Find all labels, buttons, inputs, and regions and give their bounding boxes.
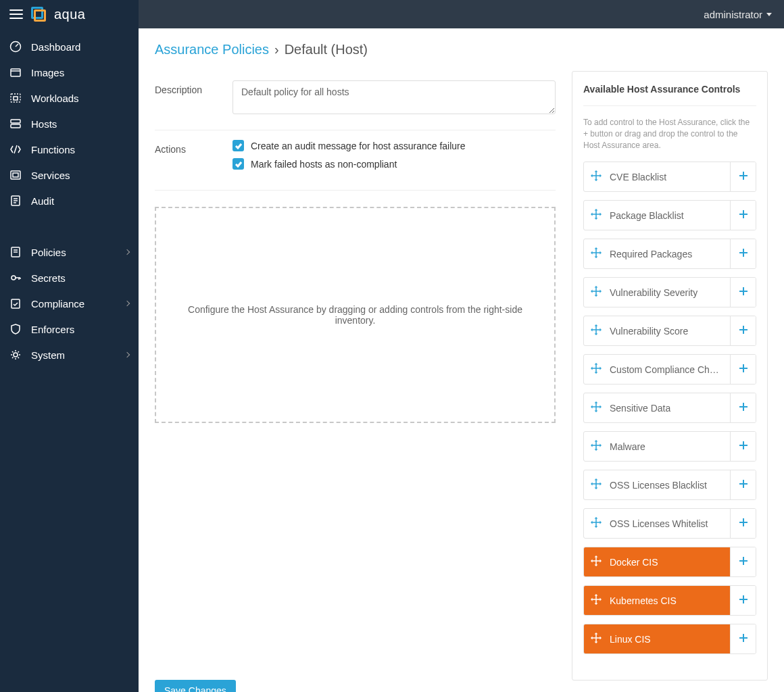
svg-rect-18 <box>592 253 600 254</box>
control-label: Sensitive Data <box>610 403 670 414</box>
control-drag-handle[interactable]: Linux CIS <box>584 624 730 653</box>
move-icon <box>591 324 602 337</box>
plus-icon <box>738 478 749 491</box>
control-label: Required Packages <box>610 249 692 260</box>
sidebar-item-functions[interactable]: Functions <box>0 137 139 162</box>
description-input[interactable] <box>232 80 556 114</box>
sidebar-item-label: Audit <box>31 195 54 207</box>
sidebar-item-enforcers[interactable]: Enforcers <box>0 316 139 342</box>
functions-icon <box>9 143 22 155</box>
svg-rect-16 <box>592 214 600 216</box>
checkbox-noncompliant[interactable]: Mark failed hosts as non-compliant <box>232 158 556 170</box>
sidebar-item-label: System <box>31 349 65 361</box>
available-controls-panel: Available Host Assurance Controls To add… <box>572 71 768 681</box>
add-control-button[interactable] <box>730 393 756 422</box>
sidebar-item-hosts[interactable]: Hosts <box>0 111 139 137</box>
menu-toggle[interactable] <box>9 9 23 19</box>
move-icon <box>591 594 602 607</box>
add-control-button[interactable] <box>730 509 756 538</box>
move-icon <box>591 440 602 453</box>
control-label: Package Blacklist <box>610 210 684 221</box>
add-control-button[interactable] <box>730 162 756 191</box>
control-drag-handle[interactable]: OSS Licenses Blacklist <box>584 470 730 499</box>
sidebar-item-images[interactable]: Images <box>0 59 139 85</box>
add-control-button[interactable] <box>730 432 756 461</box>
add-control-button[interactable] <box>730 547 756 576</box>
add-control-button[interactable] <box>730 316 756 345</box>
sidebar-item-label: Enforcers <box>31 324 74 335</box>
add-control-button[interactable] <box>730 355 756 384</box>
plus-icon <box>738 209 749 222</box>
plus-icon <box>738 555 749 568</box>
hosts-icon <box>9 118 22 130</box>
control-item: Kubernetes CIS <box>583 585 756 616</box>
plus-icon <box>738 286 749 299</box>
add-control-button[interactable] <box>730 470 756 499</box>
sidebar-item-label: Workloads <box>31 93 79 104</box>
move-icon <box>591 633 602 645</box>
checkbox-audit-failure[interactable]: Create an audit message for host assuran… <box>232 140 556 151</box>
chevron-right-icon <box>124 352 130 357</box>
sidebar-item-policies[interactable]: Policies <box>0 239 139 265</box>
control-drag-handle[interactable]: Required Packages <box>584 239 730 268</box>
control-drag-handle[interactable]: Vulnerability Score <box>584 316 730 345</box>
add-control-button[interactable] <box>730 586 756 615</box>
control-drag-handle[interactable]: Sensitive Data <box>584 393 730 422</box>
system-icon <box>9 349 22 361</box>
chevron-right-icon <box>124 249 130 255</box>
control-label: Docker CIS <box>610 557 658 568</box>
plus-icon <box>738 401 749 414</box>
control-item: Vulnerability Severity <box>583 277 756 307</box>
sidebar-item-secrets[interactable]: Secrets <box>0 265 139 291</box>
add-control-button[interactable] <box>730 239 756 268</box>
add-control-button[interactable] <box>730 201 756 230</box>
control-item: OSS Licenses Whitelist <box>583 508 756 539</box>
description-label: Description <box>155 80 232 116</box>
svg-rect-26 <box>592 407 600 408</box>
breadcrumb-parent[interactable]: Assurance Policies <box>155 42 269 57</box>
control-drag-handle[interactable]: Malware <box>584 432 730 461</box>
sidebar-item-services[interactable]: Services <box>0 162 139 188</box>
control-item: Vulnerability Score <box>583 316 756 346</box>
checkbox-icon <box>232 140 244 151</box>
save-button[interactable]: Save Changes <box>155 680 236 692</box>
control-drag-handle[interactable]: Package Blacklist <box>584 201 730 230</box>
control-item: Required Packages <box>583 239 756 269</box>
panel-title: Available Host Assurance Controls <box>583 84 756 106</box>
user-name: administrator <box>704 9 762 20</box>
sidebar-item-compliance[interactable]: Compliance <box>0 291 139 316</box>
plus-icon <box>738 363 749 376</box>
sidebar-item-audit[interactable]: Audit <box>0 188 139 214</box>
control-drag-handle[interactable]: Custom Compliance Checks <box>584 355 730 384</box>
move-icon <box>591 170 602 183</box>
svg-rect-22 <box>592 330 600 331</box>
sidebar-item-dashboard[interactable]: Dashboard <box>0 34 139 59</box>
user-menu[interactable]: administrator <box>704 9 772 20</box>
sidebar-item-label: Services <box>31 170 70 181</box>
control-drag-handle[interactable]: Docker CIS <box>584 547 730 576</box>
move-icon <box>591 555 602 568</box>
control-drag-handle[interactable]: OSS Licenses Whitelist <box>584 509 730 538</box>
breadcrumb: Assurance Policies › Default (Host) <box>155 42 768 57</box>
dropzone-hint: Configure the Host Assurance by dragging… <box>170 304 541 326</box>
control-item: Package Blacklist <box>583 200 756 230</box>
add-control-button[interactable] <box>730 624 756 653</box>
plus-icon <box>738 517 749 530</box>
control-label: Vulnerability Severity <box>610 287 697 298</box>
plus-icon <box>738 440 749 453</box>
brand-name: aqua <box>54 7 86 22</box>
sidebar-item-workloads[interactable]: Workloads <box>0 85 139 111</box>
plus-icon <box>738 170 749 183</box>
sidebar-item-label: Compliance <box>31 298 84 310</box>
move-icon <box>591 247 602 260</box>
control-item: OSS Licenses Blacklist <box>583 470 756 500</box>
plus-icon <box>738 594 749 607</box>
sidebar-item-system[interactable]: System <box>0 342 139 368</box>
control-drag-handle[interactable]: Vulnerability Severity <box>584 278 730 307</box>
control-drag-handle[interactable]: Kubernetes CIS <box>584 586 730 615</box>
enforcers-icon <box>9 323 22 335</box>
controls-dropzone[interactable]: Configure the Host Assurance by dragging… <box>155 207 556 423</box>
add-control-button[interactable] <box>730 278 756 307</box>
control-drag-handle[interactable]: CVE Blacklist <box>584 162 730 191</box>
control-label: OSS Licenses Blacklist <box>610 480 707 491</box>
